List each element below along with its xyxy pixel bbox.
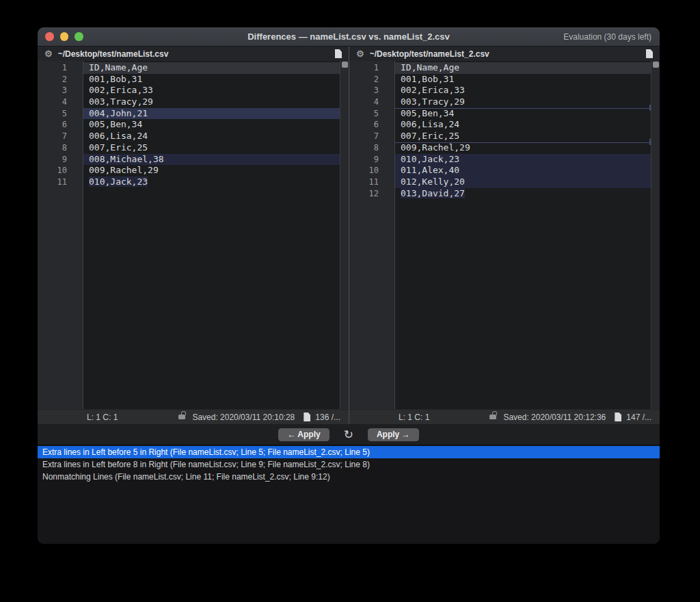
line-text: 013,David,27 <box>395 188 651 200</box>
unlock-icon[interactable] <box>178 415 185 419</box>
unlock-icon[interactable] <box>489 415 496 419</box>
code-line[interactable]: 12013,David,27 <box>349 188 651 200</box>
line-text: 004,John,21 <box>83 108 340 120</box>
line-number: 9 <box>349 154 395 166</box>
document-icon[interactable] <box>646 49 653 58</box>
line-text: 012,Kelly,20 <box>395 176 651 188</box>
code-line[interactable]: 2001,Bob,31 <box>349 74 651 86</box>
line-number: 1 <box>349 62 395 74</box>
line-number: 11 <box>38 176 83 188</box>
line-number: 4 <box>38 96 83 108</box>
saved-timestamp: Saved: 2020/03/11 20:10:28 <box>192 413 295 422</box>
right-file-path: ~/Desktop/test/nameList_2.csv <box>370 49 641 59</box>
cursor-position: L: 1 C: 1 <box>87 413 118 422</box>
code-line[interactable]: 8007,Eric,25 <box>38 142 340 154</box>
right-pane-header: ⚙ ~/Desktop/test/nameList_2.csv <box>349 47 660 61</box>
file-size: 147 /... <box>626 413 651 422</box>
line-number: 2 <box>349 74 395 86</box>
line-text: 001,Bob,31 <box>395 74 651 86</box>
code-line[interactable]: 5005,Ben,34 <box>349 108 651 120</box>
left-scrollbar-thumb[interactable] <box>342 62 348 68</box>
code-line[interactable]: 11010,Jack,23 <box>38 176 340 188</box>
left-code-area: 1ID,Name,Age2001,Bob,313002,Erica,334003… <box>38 61 340 409</box>
code-line[interactable]: 7006,Lisa,24 <box>38 131 340 142</box>
apply-right-button[interactable]: Apply → <box>368 428 419 441</box>
code-line[interactable]: 10011,Alex,40 <box>349 165 651 176</box>
line-number: 5 <box>349 108 395 120</box>
line-number: 7 <box>38 131 83 142</box>
line-text: ID,Name,Age <box>83 62 340 74</box>
line-number: 10 <box>349 165 395 176</box>
line-number: 7 <box>349 131 395 142</box>
evaluation-badge: Evaluation (30 days left) <box>563 32 651 42</box>
line-text: 008,Michael,38 <box>83 154 340 166</box>
file-size: 136 /... <box>315 413 340 422</box>
line-text: 003,Tracy,29 <box>395 96 651 108</box>
line-text: 001,Bob,31 <box>83 74 340 86</box>
cursor-position: L: 1 C: 1 <box>399 413 429 422</box>
line-text: 006,Lisa,24 <box>395 119 651 131</box>
line-text: 009,Rachel,29 <box>395 142 651 154</box>
apply-left-button[interactable]: ← Apply <box>278 428 329 441</box>
code-line[interactable]: 3002,Erica,33 <box>349 85 651 96</box>
line-number: 10 <box>38 165 83 176</box>
left-status-bar: L: 1 C: 1 Saved: 2020/03/11 20:10:28 136… <box>38 409 349 424</box>
apply-toolbar: ← Apply ↻ Apply → <box>38 424 660 445</box>
right-scrollbar[interactable] <box>651 61 660 409</box>
code-line[interactable]: 7007,Eric,25 <box>349 131 651 142</box>
editor-panes: ⚙ ~/Desktop/test/nameList.csv 1ID,Name,A… <box>38 47 660 424</box>
code-line[interactable]: 10009,Rachel,29 <box>38 165 340 176</box>
line-number: 2 <box>38 74 83 86</box>
difference-list: Extra lines in Left before 5 in Right (F… <box>38 445 660 544</box>
document-icon[interactable] <box>335 49 342 58</box>
code-line[interactable]: 1ID,Name,Age <box>38 62 340 74</box>
gear-icon[interactable]: ⚙ <box>44 49 53 58</box>
line-number: 12 <box>349 188 395 200</box>
right-scrollbar-thumb[interactable] <box>653 62 659 68</box>
left-file-path: ~/Desktop/test/nameList.csv <box>58 49 329 59</box>
document-icon <box>304 413 310 421</box>
line-number: 1 <box>38 62 83 74</box>
refresh-icon[interactable]: ↻ <box>344 429 353 441</box>
line-text: ID,Name,Age <box>395 62 651 74</box>
line-number: 8 <box>349 142 395 154</box>
line-text: 010,Jack,23 <box>83 176 340 188</box>
left-pane: ⚙ ~/Desktop/test/nameList.csv 1ID,Name,A… <box>38 47 349 424</box>
diff-list-item[interactable]: Extra lines in Left before 8 in Right (F… <box>38 458 660 471</box>
line-number: 11 <box>349 176 395 188</box>
left-editor[interactable]: 1ID,Name,Age2001,Bob,313002,Erica,334003… <box>38 61 349 409</box>
line-text: 005,Ben,34 <box>395 108 651 120</box>
title-bar: Differences — nameList.csv vs. nameList_… <box>38 27 660 47</box>
right-code-area: 1ID,Name,Age2001,Bob,313002,Erica,334003… <box>349 61 651 409</box>
gear-icon[interactable]: ⚙ <box>356 49 364 58</box>
code-line[interactable]: 11012,Kelly,20 <box>349 176 651 188</box>
line-number: 6 <box>38 119 83 131</box>
left-scrollbar[interactable] <box>340 61 349 409</box>
line-text: 002,Erica,33 <box>83 85 340 96</box>
code-line[interactable]: 8009,Rachel,29 <box>349 142 651 154</box>
line-number: 8 <box>38 142 83 154</box>
code-line[interactable]: 3002,Erica,33 <box>38 85 340 96</box>
document-icon <box>615 413 621 421</box>
code-line[interactable]: 9008,Michael,38 <box>38 154 340 166</box>
code-line[interactable]: 6006,Lisa,24 <box>349 119 651 131</box>
diff-list-item[interactable]: Nonmatching Lines (File nameList.csv; Li… <box>38 471 660 483</box>
line-number: 6 <box>349 119 395 131</box>
code-line[interactable]: 4003,Tracy,29 <box>38 96 340 108</box>
line-number: 4 <box>349 96 395 108</box>
right-pane: ⚙ ~/Desktop/test/nameList_2.csv 1ID,Name… <box>349 47 660 424</box>
code-line[interactable]: 9010,Jack,23 <box>349 154 651 166</box>
diff-list-item[interactable]: Extra lines in Left before 5 in Right (F… <box>38 446 660 458</box>
line-text: 011,Alex,40 <box>395 165 651 176</box>
line-text: 007,Eric,25 <box>395 131 651 142</box>
line-number: 5 <box>38 108 83 120</box>
code-line[interactable]: 2001,Bob,31 <box>38 74 340 86</box>
saved-timestamp: Saved: 2020/03/11 20:12:36 <box>503 413 606 422</box>
code-line[interactable]: 4003,Tracy,29 <box>349 96 651 108</box>
code-line[interactable]: 5004,John,21 <box>38 108 340 120</box>
right-editor[interactable]: 1ID,Name,Age2001,Bob,313002,Erica,334003… <box>349 61 660 409</box>
code-line[interactable]: 1ID,Name,Age <box>349 62 651 74</box>
line-number: 3 <box>349 85 395 96</box>
line-text: 002,Erica,33 <box>395 85 651 96</box>
code-line[interactable]: 6005,Ben,34 <box>38 119 340 131</box>
